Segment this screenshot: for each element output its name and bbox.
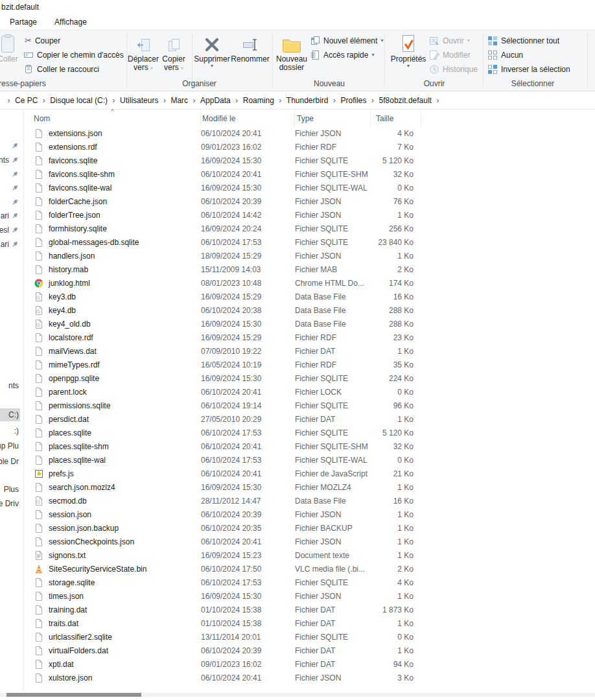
table-row[interactable]: signons.txt 16/09/2024 15:23 Document te… [25, 548, 595, 562]
generic-file-icon [34, 360, 44, 370]
file-modified-date: 16/09/2024 15:30 [201, 374, 295, 383]
select-none-button[interactable]: Aucun [487, 49, 523, 61]
breadcrumb-item[interactable]: AppData › [200, 96, 243, 105]
table-row[interactable]: favicons.sqlite-shm 06/10/2024 20:41 Fic… [25, 167, 595, 181]
file-modified-date: 16/09/2024 15:30 [201, 320, 295, 329]
table-row[interactable]: sessionCheckpoints.json 06/10/2024 20:41… [25, 535, 595, 548]
sidebar-item[interactable]: e Driv [0, 497, 20, 510]
history-button[interactable]: Historique [429, 64, 478, 75]
breadcrumb-item[interactable]: Marc › [170, 96, 200, 105]
table-row[interactable]: traits.dat 01/10/2024 15:38 Fichier DAT … [25, 616, 595, 630]
table-row[interactable]: secmod.db 28/11/2012 14:47 Data Base Fil… [25, 494, 595, 508]
quick-access-button[interactable]: Accès rapide ▾ [310, 49, 374, 61]
column-header-modified[interactable]: Modifié le [201, 110, 295, 126]
sidebar-item[interactable]: ari [0, 209, 20, 222]
tab-partage[interactable]: Partage [10, 18, 37, 27]
sidebar-item[interactable] [0, 168, 20, 181]
table-row[interactable]: session.json.backup 06/10/2024 20:35 Fic… [25, 521, 595, 535]
open-button[interactable]: Ouvrir ▾ [429, 35, 470, 47]
table-row[interactable]: places.sqlite-wal 06/10/2024 17:53 Fichi… [25, 453, 595, 467]
table-row[interactable]: mailViews.dat 07/09/2010 19:22 Fichier D… [25, 344, 595, 358]
table-row[interactable]: training.dat 01/10/2024 15:38 Fichier DA… [25, 603, 595, 616]
move-to-button[interactable]: Déplacer vers ▾ [128, 32, 158, 72]
table-row[interactable]: xpti.dat 09/01/2023 16:02 Fichier DAT 94… [25, 657, 595, 671]
table-row[interactable]: key4_old.db 16/09/2024 15:30 Data Base F… [25, 317, 595, 331]
select-all-button[interactable]: Sélectionner tout [487, 35, 559, 47]
caret-down-icon: ▾ [211, 64, 213, 69]
table-row[interactable]: favicons.sqlite 16/09/2024 15:30 Fichier… [25, 154, 595, 167]
breadcrumb-item[interactable]: Profiles › [341, 96, 379, 105]
table-row[interactable]: openpgp.sqlite 16/09/2024 15:30 Fichier … [25, 371, 595, 385]
delete-button[interactable]: Supprimer ▾ [194, 32, 230, 69]
pushpin-icon [10, 198, 19, 207]
properties-button[interactable]: Propriétés ▾ [390, 32, 426, 69]
sidebar-item-label: ari [1, 211, 9, 220]
table-row[interactable]: storage.sqlite 06/10/2024 17:53 Fichier … [25, 576, 595, 589]
table-row[interactable]: history.mab 15/11/2009 14:03 Fichier MAB… [25, 262, 595, 276]
breadcrumb-item[interactable]: Ce PC › [15, 96, 50, 105]
paste-button[interactable]: Coller [0, 32, 26, 64]
column-header-size[interactable]: Taille [371, 110, 421, 126]
table-row[interactable]: folderTree.json 06/10/2024 14:42 Fichier… [25, 208, 595, 222]
file-name: folderCache.json [49, 197, 107, 206]
table-row[interactable]: places.sqlite 06/10/2024 17:53 Fichier S… [25, 426, 595, 439]
table-row[interactable]: extensions.rdf 09/01/2023 16:02 Fichier … [25, 140, 595, 154]
sidebar-item[interactable] [0, 196, 20, 209]
table-row[interactable]: localstore.rdf 16/09/2024 15:29 Fichier … [25, 331, 595, 344]
invert-selection-button[interactable]: Inverser la sélection [487, 64, 570, 75]
sidebar-item[interactable]: ari [0, 238, 20, 251]
copy-path-button[interactable]: Copier le chemin d'accès [23, 49, 124, 61]
table-row[interactable]: key3.db 16/09/2024 15:29 Data Base File … [25, 290, 595, 303]
table-row[interactable]: SiteSecurityServiceState.bin 06/10/2024 … [25, 562, 595, 576]
new-folder-button[interactable]: Nouveau dossier [275, 32, 309, 72]
file-name: session.json.backup [49, 524, 119, 533]
edit-button[interactable]: Modifier [429, 49, 471, 61]
sidebar-item[interactable] [0, 139, 20, 152]
horizontal-scrollbar-thumb[interactable] [6, 693, 141, 697]
sidebar-item[interactable]: esl [0, 224, 20, 237]
column-header-name[interactable]: ^ Nom [25, 110, 201, 126]
table-row[interactable]: global-messages-db.sqlite 06/10/2024 17:… [25, 235, 595, 249]
table-row[interactable]: parent.lock 06/10/2024 20:41 Fichier LOC… [25, 385, 595, 399]
tab-affichage[interactable]: Affichage [54, 18, 87, 27]
copy-to-button[interactable]: Copier vers ▾ [159, 32, 188, 72]
breadcrumb-item[interactable]: 5f8obzit.default › [379, 96, 444, 105]
table-row[interactable]: formhistory.sqlite 16/09/2024 20:24 Fich… [25, 222, 595, 235]
table-row[interactable]: junklog.html 08/01/2023 10:48 Chrome HTM… [25, 276, 595, 290]
sidebar-item[interactable]: C:) [0, 408, 20, 421]
column-header-type[interactable]: Type [295, 110, 371, 126]
table-row[interactable]: virtualFolders.dat 06/10/2024 20:39 Fich… [25, 644, 595, 657]
sidebar-item[interactable]: ble Dr [0, 455, 20, 468]
table-row[interactable]: persdict.dat 27/05/2010 20:29 Fichier DA… [25, 412, 595, 426]
breadcrumb-item[interactable]: Utilisateurs › [120, 96, 170, 105]
sidebar-item[interactable] [0, 181, 20, 194]
table-row[interactable]: xulstore.json 06/10/2024 20:41 Fichier J… [25, 671, 595, 684]
table-row[interactable]: folderCache.json 06/10/2024 20:39 Fichie… [25, 194, 595, 208]
table-row[interactable]: extensions.json 06/10/2024 20:41 Fichier… [25, 126, 595, 140]
table-row[interactable]: urlclassifier2.sqlite 13/11/2014 20:01 F… [25, 630, 595, 644]
table-row[interactable]: permissions.sqlite 06/10/2024 19:14 Fich… [25, 399, 595, 412]
table-row[interactable]: session.json 06/10/2024 20:39 Fichier JS… [25, 508, 595, 521]
table-row[interactable]: mimeTypes.rdf 16/05/2024 10:19 Fichier R… [25, 358, 595, 371]
table-row[interactable]: places.sqlite-shm 06/10/2024 20:41 Fichi… [25, 439, 595, 453]
breadcrumb-item[interactable]: Thunderbird › [286, 96, 341, 105]
file-name: openpgp.sqlite [49, 374, 99, 383]
sidebar-item[interactable]: Plus [0, 483, 20, 496]
cut-button[interactable]: ✂ Couper [25, 35, 60, 47]
sidebar-item[interactable]: :) [0, 425, 20, 438]
breadcrumb-item[interactable]: Disque local (C:) › [50, 96, 120, 105]
sidebar-item[interactable]: up Plu [0, 439, 20, 452]
horizontal-scrollbar[interactable] [0, 693, 595, 697]
rename-button[interactable]: Renommer [231, 32, 270, 64]
sidebar-item[interactable]: nts [0, 154, 20, 167]
table-row[interactable]: times.json 16/09/2024 15:30 Fichier JSON… [25, 589, 595, 603]
sidebar-item[interactable]: nts [0, 379, 20, 392]
table-row[interactable]: prefs.js 06/10/2024 20:41 Fichier de Jav… [25, 467, 595, 480]
new-item-button[interactable]: Nouvel élément ▾ [310, 35, 383, 47]
breadcrumb-item[interactable]: Roaming › [243, 96, 286, 105]
table-row[interactable]: key4.db 06/10/2024 20:38 Data Base File … [25, 303, 595, 317]
table-row[interactable]: handlers.json 18/09/2024 15:29 Fichier J… [25, 249, 595, 262]
table-row[interactable]: favicons.sqlite-wal 16/09/2024 15:30 Fic… [25, 181, 595, 194]
paste-shortcut-button[interactable]: Coller le raccourci [23, 64, 99, 75]
table-row[interactable]: search.json.mozlz4 16/09/2024 15:30 Fich… [25, 480, 595, 494]
